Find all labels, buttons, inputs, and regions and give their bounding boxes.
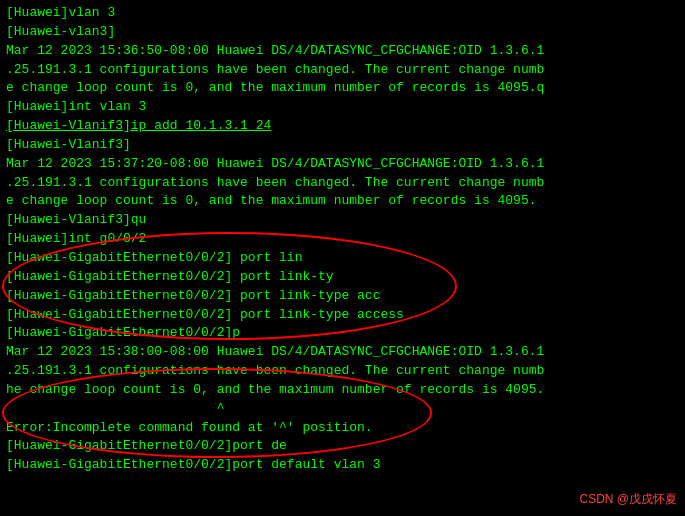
terminal-content: [Huawei]vlan 3[Huawei-vlan3]Mar 12 2023 …: [6, 4, 679, 475]
terminal-line: Mar 12 2023 15:36:50-08:00 Huawei DS/4/D…: [6, 42, 679, 61]
terminal-line: [Huawei]int vlan 3: [6, 98, 679, 117]
terminal-line: Error:Incomplete command found at '^' po…: [6, 419, 679, 438]
terminal-line: [Huawei-GigabitEthernet0/0/2] port link-…: [6, 268, 679, 287]
watermark: CSDN @戊戌怀夏: [579, 491, 677, 508]
terminal-line: e change loop count is 0, and the maximu…: [6, 192, 679, 211]
terminal-line: .25.191.3.1 configurations have been cha…: [6, 61, 679, 80]
terminal-line: e change loop count is 0, and the maximu…: [6, 79, 679, 98]
terminal-line: [Huawei-GigabitEthernet0/0/2] port lin: [6, 249, 679, 268]
terminal-line: .25.191.3.1 configurations have been cha…: [6, 174, 679, 193]
terminal-line: [Huawei-Vlanif3]ip add 10.1.3.1 24: [6, 117, 679, 136]
terminal-line: ^: [6, 400, 679, 419]
terminal-line: Mar 12 2023 15:37:20-08:00 Huawei DS/4/D…: [6, 155, 679, 174]
terminal-line: [Huawei-GigabitEthernet0/0/2] port link-…: [6, 306, 679, 325]
terminal-line: [Huawei]vlan 3: [6, 4, 679, 23]
terminal-line: [Huawei-Vlanif3]: [6, 136, 679, 155]
terminal-line: [Huawei-vlan3]: [6, 23, 679, 42]
terminal-line: [Huawei-GigabitEthernet0/0/2]port de: [6, 437, 679, 456]
terminal-line: [Huawei-GigabitEthernet0/0/2] port link-…: [6, 287, 679, 306]
terminal-line: Mar 12 2023 15:38:00-08:00 Huawei DS/4/D…: [6, 343, 679, 362]
terminal-line: [Huawei-Vlanif3]qu: [6, 211, 679, 230]
terminal-line: [Huawei-GigabitEthernet0/0/2]port defaul…: [6, 456, 679, 475]
terminal-line: [Huawei-GigabitEthernet0/0/2]p: [6, 324, 679, 343]
terminal-line: .25.191.3.1 configurations have been cha…: [6, 362, 679, 381]
terminal-line: [Huawei]int g0/0/2: [6, 230, 679, 249]
terminal-line: he change loop count is 0, and the maxim…: [6, 381, 679, 400]
terminal: [Huawei]vlan 3[Huawei-vlan3]Mar 12 2023 …: [0, 0, 685, 516]
